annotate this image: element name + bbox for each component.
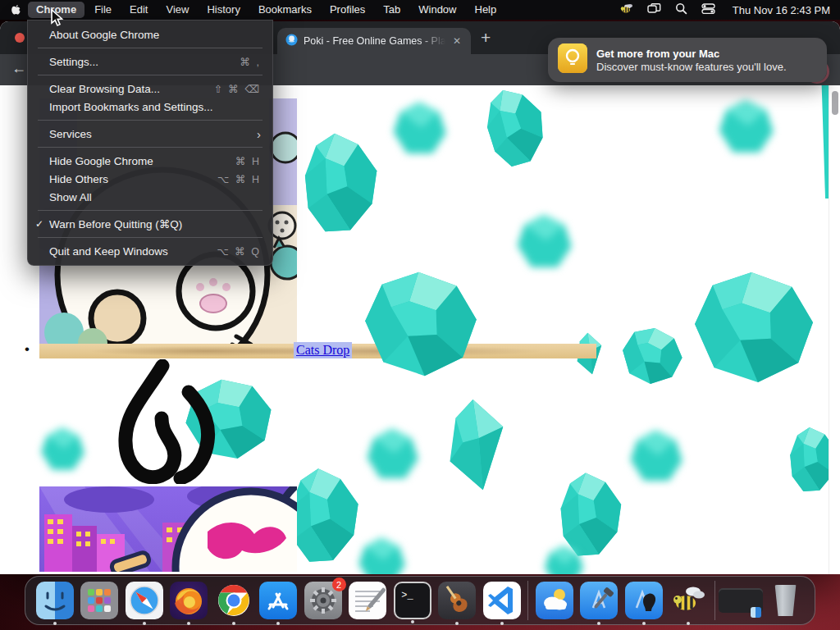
menu-file[interactable]: File — [86, 2, 120, 18]
gem-blurred-graphic — [535, 545, 592, 574]
menu-item-about[interactable]: About Google Chrome — [28, 25, 272, 43]
dock-separator — [527, 581, 528, 620]
gem-blurred-graphic — [349, 536, 414, 574]
checkmark-icon: ✓ — [35, 218, 43, 230]
menu-separator — [38, 48, 262, 48]
minimized-window-icon[interactable] — [722, 582, 760, 619]
menu-separator — [38, 237, 262, 238]
garageband-icon[interactable] — [438, 582, 476, 619]
textedit-icon[interactable] — [349, 582, 386, 619]
menu-item-warn-before-quitting[interactable]: ✓Warn Before Quitting (⌘Q) — [28, 215, 272, 233]
menu-item-hide-others[interactable]: Hide Others⌥ ⌘ H — [28, 170, 272, 188]
menu-view[interactable]: View — [158, 2, 197, 18]
menu-separator — [38, 75, 262, 75]
terminal-icon[interactable]: >_ — [394, 582, 431, 619]
menu-bar: Chrome File Edit View History Bookmarks … — [0, 0, 840, 20]
settings-badge: 2 — [332, 578, 346, 591]
menu-item-hide-chrome[interactable]: Hide Google Chrome⌘ H — [28, 152, 272, 170]
menu-tab[interactable]: Tab — [375, 2, 409, 18]
trash-icon[interactable] — [767, 582, 805, 619]
control-center-icon[interactable] — [701, 3, 715, 16]
notification-banner[interactable]: Get more from your Mac Discover must-kno… — [548, 38, 827, 82]
tips-lightbulb-icon — [558, 43, 587, 76]
scrollbar-track[interactable] — [829, 85, 840, 574]
notification-title: Get more from your Mac — [596, 47, 787, 61]
tab-close-icon[interactable]: ✕ — [451, 34, 463, 48]
mouse-cursor — [51, 9, 65, 27]
vscode-icon[interactable] — [483, 582, 521, 619]
menu-item-settings[interactable]: Settings...⌘ , — [28, 52, 272, 71]
menu-separator — [38, 147, 262, 148]
gem-graphic — [612, 322, 693, 390]
browser-tab[interactable]: Poki - Free Online Games - Pla ✕ — [277, 28, 471, 54]
gem-graphic — [363, 271, 478, 377]
menu-item-import-bookmarks[interactable]: Import Bookmarks and Settings... — [28, 98, 272, 116]
menu-separator — [38, 120, 262, 121]
gem-blurred-graphic — [716, 98, 775, 156]
menu-item-show-all[interactable]: Show All — [28, 188, 272, 206]
gem-graphic — [693, 271, 815, 384]
new-tab-button[interactable]: + — [481, 28, 491, 48]
chrome-app-menu: About Google Chrome Settings...⌘ , Clear… — [27, 20, 273, 266]
gem-graphic — [447, 392, 504, 497]
menu-window[interactable]: Window — [410, 2, 464, 18]
menu-item-clear-browsing-data[interactable]: Clear Browsing Data...⇧ ⌘ ⌫ — [28, 80, 272, 98]
menu-item-quit-keep-windows[interactable]: Quit and Keep Windows⌥ ⌘ Q — [28, 242, 272, 260]
cats-drop-link[interactable]: Cats Drop — [294, 342, 352, 358]
list-bullet: • — [25, 341, 30, 358]
menu-bar-clock[interactable]: Thu Nov 16 2:43 PM — [733, 4, 830, 16]
gem-blurred-graphic — [628, 425, 683, 488]
finder-icon[interactable] — [36, 582, 74, 619]
back-button[interactable]: ← — [11, 60, 26, 77]
apple-logo-icon[interactable] — [10, 3, 22, 16]
dock-separator — [714, 581, 715, 620]
menu-edit[interactable]: Edit — [121, 2, 156, 18]
flame-doodle — [115, 359, 217, 484]
mission-control-icon[interactable] — [647, 3, 661, 17]
bee-app-icon[interactable] — [669, 582, 707, 619]
xcode-hammer-icon[interactable] — [580, 582, 618, 619]
safari-icon[interactable] — [126, 582, 163, 619]
gem-blurred-graphic — [39, 427, 85, 472]
svg-text:>_: >_ — [401, 590, 413, 601]
dock: 2 >_ — [25, 576, 815, 625]
firefox-icon[interactable] — [170, 582, 208, 619]
search-icon[interactable] — [675, 2, 687, 17]
scrollbar-thumb[interactable] — [832, 91, 838, 115]
menu-item-services[interactable]: Services› — [28, 125, 272, 143]
gem-blurred-graphic — [391, 100, 447, 158]
finder-badge-icon — [751, 607, 761, 618]
gem-blurred-graphic — [365, 422, 419, 486]
menu-bookmarks[interactable]: Bookmarks — [250, 2, 320, 18]
dev-tool-icon[interactable] — [625, 582, 663, 619]
close-window-button[interactable] — [15, 33, 25, 43]
chrome-icon[interactable] — [215, 582, 253, 619]
gem-blurred-graphic — [515, 212, 573, 272]
launchpad-icon[interactable] — [80, 582, 118, 619]
system-settings-icon[interactable]: 2 — [304, 582, 342, 619]
notification-subtitle: Discover must-know features you'll love. — [596, 61, 787, 74]
app-store-icon[interactable] — [259, 582, 297, 619]
game-thumbnail-image[interactable] — [39, 486, 297, 572]
gem-graphic — [304, 131, 381, 234]
menu-separator — [38, 210, 262, 211]
tab-title: Poki - Free Online Games - Pla — [304, 35, 445, 47]
weather-icon[interactable] — [536, 582, 573, 619]
menu-profiles[interactable]: Profiles — [322, 2, 373, 18]
gem-graphic — [479, 85, 555, 171]
menu-help[interactable]: Help — [467, 2, 505, 18]
bee-icon[interactable] — [619, 2, 633, 17]
menu-history[interactable]: History — [199, 2, 248, 18]
submenu-chevron-icon: › — [257, 127, 261, 141]
tab-favicon — [285, 34, 298, 48]
